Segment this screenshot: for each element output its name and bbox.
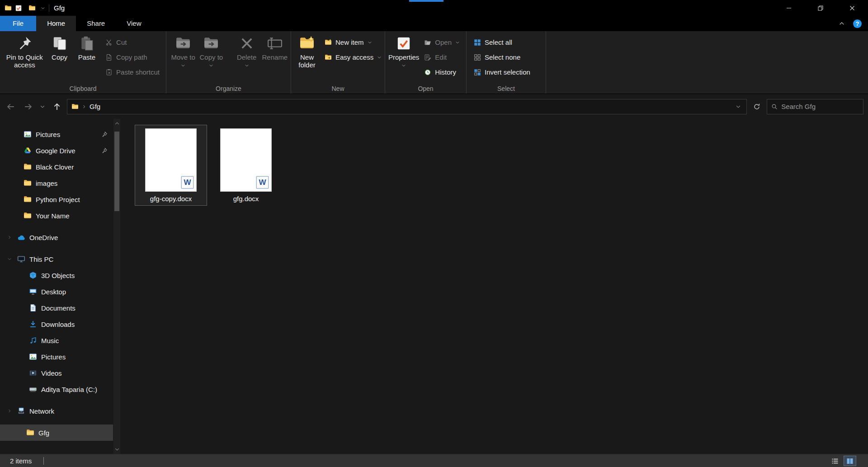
properties-icon	[396, 36, 411, 51]
tab-home[interactable]: Home	[36, 16, 76, 31]
expand-chevron-icon[interactable]	[7, 409, 12, 413]
sidebar-item-desktop[interactable]: Desktop	[0, 283, 113, 300]
music-icon	[29, 336, 37, 344]
history-button[interactable]: History	[420, 65, 464, 80]
select-small-buttons: Select all Select none Invert selection	[469, 33, 535, 80]
scroll-down-icon[interactable]	[114, 447, 120, 452]
tab-share[interactable]: Share	[76, 16, 116, 31]
select-none-button[interactable]: Select none	[469, 50, 535, 65]
rename-button[interactable]: Rename	[261, 33, 289, 61]
copy-to-button[interactable]: Copy to	[197, 33, 225, 68]
refresh-button[interactable]	[750, 99, 764, 114]
file-item-gfg[interactable]: W gfg.docx	[210, 125, 282, 206]
cut-button[interactable]: Cut	[101, 35, 164, 50]
paste-button[interactable]: Paste	[73, 33, 101, 61]
invert-selection-button[interactable]: Invert selection	[469, 65, 535, 80]
dropdown-chevron-icon	[209, 63, 213, 68]
sidebar-item-network[interactable]: Network	[0, 403, 113, 419]
qat-customize-chevron-icon[interactable]	[41, 6, 45, 10]
sidebar-item-google-drive[interactable]: Google Drive	[0, 142, 113, 159]
minimize-button[interactable]	[773, 0, 805, 16]
back-button[interactable]	[4, 99, 18, 114]
sidebar-item-documents[interactable]: Documents	[0, 300, 113, 316]
delete-button[interactable]: Delete	[233, 33, 261, 68]
sidebar-item-label: Music	[41, 337, 59, 344]
new-item-button[interactable]: New item	[320, 35, 386, 50]
recent-locations-button[interactable]	[38, 99, 47, 114]
pin-to-quick-access-button[interactable]: Pin to Quick access	[3, 33, 47, 69]
expand-chevron-icon[interactable]	[7, 257, 12, 261]
sidebar-item-your-name[interactable]: Your Name	[0, 208, 113, 224]
cube-icon	[29, 271, 37, 279]
sidebar-item-images[interactable]: images	[0, 175, 113, 191]
qat-properties-button[interactable]	[12, 3, 25, 13]
sidebar-item-music[interactable]: Music	[0, 332, 113, 349]
new-folder-button[interactable]: New folder	[294, 33, 320, 69]
tab-view[interactable]: View	[116, 16, 152, 31]
dropdown-chevron-icon	[455, 40, 460, 45]
breadcrumb[interactable]: Gfg	[90, 103, 100, 110]
new-folder-icon	[299, 36, 315, 51]
properties-button[interactable]: Properties	[388, 33, 420, 68]
scrollbar-thumb[interactable]	[114, 132, 119, 211]
sidebar-item-pictures[interactable]: Pictures	[0, 349, 113, 365]
easy-access-button[interactable]: Easy access	[320, 50, 386, 65]
top-accent-bar	[409, 0, 443, 2]
help-button[interactable]: ?	[853, 19, 862, 28]
open-button[interactable]: Open	[420, 35, 464, 50]
up-button[interactable]	[50, 99, 64, 114]
refresh-icon	[753, 103, 760, 110]
button-label: Paste	[78, 53, 95, 61]
sidebar-item-videos[interactable]: Videos	[0, 365, 113, 381]
sidebar-item-c-drive[interactable]: Aditya Taparia (C:)	[0, 381, 113, 397]
copy-path-button[interactable]: Copy path	[101, 50, 164, 65]
word-icon: W	[181, 176, 193, 189]
move-to-button[interactable]: Move to	[169, 33, 197, 68]
sidebar-item-pictures-quick[interactable]: Pictures	[0, 126, 113, 142]
scroll-up-icon[interactable]	[114, 121, 120, 126]
details-view-button[interactable]	[829, 456, 841, 466]
restore-button[interactable]	[805, 0, 836, 16]
file-item-gfg-copy[interactable]: W gfg-copy.docx	[135, 125, 207, 206]
sidebar-scrollbar[interactable]	[113, 119, 120, 454]
search-icon	[771, 103, 778, 110]
sidebar-item-3d-objects[interactable]: 3D Objects	[0, 267, 113, 283]
copy-button[interactable]: Copy	[47, 33, 73, 61]
paste-shortcut-button[interactable]: Paste shortcut	[101, 65, 164, 80]
sidebar-item-label: images	[36, 179, 57, 187]
forward-button[interactable]	[21, 99, 35, 114]
window-controls	[773, 0, 868, 16]
app-folder-icon	[5, 5, 12, 12]
paste-icon	[79, 36, 94, 51]
file-list-area[interactable]: W gfg-copy.docx W gfg.docx	[120, 119, 868, 454]
address-bar[interactable]: Gfg	[67, 99, 747, 114]
expand-chevron-icon[interactable]	[7, 235, 12, 240]
button-label: Move to	[171, 53, 195, 61]
sidebar-item-label: Network	[29, 407, 54, 415]
qat-new-folder-button[interactable]	[25, 3, 39, 13]
sidebar-item-downloads[interactable]: Downloads	[0, 316, 113, 332]
sidebar-item-onedrive[interactable]: OneDrive	[0, 229, 113, 245]
dropdown-chevron-icon	[181, 63, 185, 68]
button-label: Cut	[116, 38, 127, 46]
sidebar-item-gfg[interactable]: Gfg	[0, 425, 113, 441]
search-input[interactable]	[781, 103, 859, 110]
tab-file[interactable]: File	[0, 16, 36, 31]
dropdown-chevron-icon	[377, 55, 382, 60]
dropdown-chevron-icon	[368, 40, 372, 45]
thumbnail-view-button[interactable]	[844, 456, 856, 466]
pictures-icon	[24, 130, 32, 138]
sidebar-item-label: Desktop	[41, 288, 66, 296]
edit-button[interactable]: Edit	[420, 50, 464, 65]
address-dropdown-button[interactable]	[732, 99, 745, 114]
sidebar-item-python-project[interactable]: Python Project	[0, 191, 113, 208]
file-name: gfg.docx	[233, 195, 259, 203]
docx-thumbnail: W	[145, 128, 197, 192]
sidebar-item-this-pc[interactable]: This PC	[0, 251, 113, 267]
thumbnail-view-icon	[846, 458, 854, 465]
sidebar-item-black-clover[interactable]: Black Clover	[0, 159, 113, 175]
minimize-icon	[785, 5, 793, 12]
close-button[interactable]	[836, 0, 868, 16]
collapse-ribbon-icon[interactable]	[839, 20, 845, 27]
select-all-button[interactable]: Select all	[469, 35, 535, 50]
